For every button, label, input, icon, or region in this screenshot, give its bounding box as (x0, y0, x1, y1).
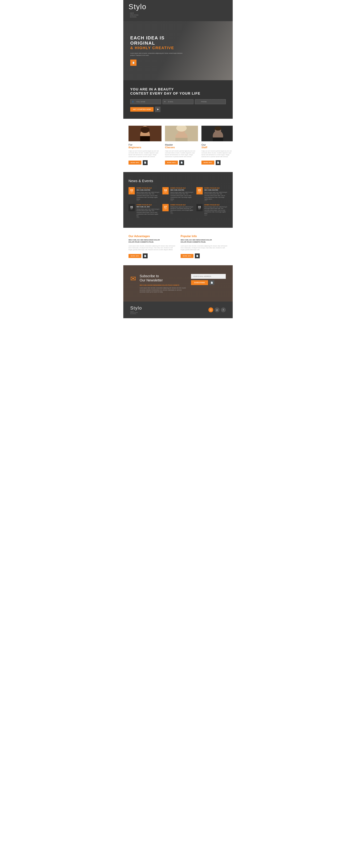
news-title: News & Events (128, 179, 228, 183)
advantages-title: Our Advantages (128, 235, 175, 238)
news-item-4: 07 SEP DONEC FACILISI ULE Mating tempus … (162, 204, 194, 214)
contest-section: YOU ARE IN A BEAUTY CONTEST EVERY DAY OF… (123, 80, 233, 119)
more-info-button-beginners[interactable]: MORE INFO (128, 161, 141, 164)
logo-title: Stylo (128, 3, 146, 10)
cards-grid: For Beginners Culpa cum ad it noncid a p… (128, 126, 228, 165)
card-label-staff: Staff (202, 146, 233, 149)
subscribe-button[interactable]: SUBSCRIBE (191, 280, 208, 285)
our-advantages: Our Advantages MES CUMI, DIA SED INENASI… (128, 235, 175, 258)
news-date-0: 03 SEP (128, 187, 135, 194)
card-actions-masterclasses: MORE INFO 📄 (165, 160, 198, 165)
footer: Stylo HAIR DRESSING SCHOOL ◎ 𝕡 f (123, 302, 233, 318)
phone-icon: 📞 (197, 101, 199, 102)
subscribe-left: Subscribe toOur Newsletter MES CUMI, DIA… (140, 274, 187, 293)
masterclasses-image-svg (165, 126, 198, 141)
logo: Stylo HAIR DRESSING SCHOOL (128, 3, 146, 18)
advantages-subtitle: MES CUMI, DIA SED INENASINGE DOLORDOLOR … (128, 239, 175, 243)
contest-title: YOU ARE IN A BEAUTY CONTEST EVERY DAY OF… (130, 87, 226, 95)
beginners-image-svg (128, 126, 161, 141)
card-actions-staff: MORE INFO 📄 (202, 160, 233, 165)
hero-section: EACH IDEA IS ORIGINAL & HIGHLY CREATIVE … (123, 21, 233, 80)
popular-actions: MORE INFO 📄 (181, 253, 228, 258)
news-item-2: 05 SEP DONEC FACILISI ULE MES CUMI, DIAS… (197, 187, 228, 201)
instagram-icon[interactable]: ◎ (208, 307, 213, 312)
more-info-button-masterclasses[interactable]: MORE INFO (165, 161, 178, 164)
hero-action-button[interactable]: 📋 (130, 60, 137, 66)
news-date-3: 06 SEP (128, 204, 135, 211)
doc-icon-button-beginners[interactable]: 📄 (143, 160, 148, 165)
news-col-3: 05 SEP DONEC FACILISI ULE MES CUMI, DIAS… (197, 187, 228, 221)
hero-content: EACH IDEA IS ORIGINAL & HIGHLY CREATIVE … (130, 35, 186, 66)
news-content-2: DONEC FACILISI ULE MES CUMI, DIASTED Mau… (204, 187, 228, 201)
email-input[interactable] (166, 99, 192, 104)
news-content-4: DONEC FACILISI ULE Mating tempus quam na… (170, 204, 194, 214)
more-info-button-advantages[interactable]: MORE INFO (128, 254, 141, 258)
doc-icon-button-advantages[interactable]: 📄 (143, 253, 148, 258)
more-info-button-popular[interactable]: MORE INFO (181, 254, 194, 258)
news-content-0: DONEC FACILISI ULE MES CUMI, DIASTED Mau… (137, 187, 159, 201)
news-section: News & Events 03 SEP DONEC FACILISI ULE … (123, 172, 233, 228)
more-info-button-staff[interactable]: MORE INFO (202, 161, 214, 164)
card-desc-beginners: Culpa cum ad it noncid a pulvinar ligula… (128, 150, 161, 158)
cards-section: For Beginners Culpa cum ad it noncid a p… (123, 119, 233, 172)
card-image-staff (202, 126, 233, 141)
get-started-button[interactable]: GET STARTED NOW (130, 107, 153, 112)
advantages-description: Lorem ipsum dolor sit amet, consectetur … (128, 245, 175, 251)
popular-info: Popular Info MES CUMI, DIA SED INENASING… (181, 235, 228, 258)
hero-description: Lorem ipsum dolor sit amet, consectetur … (130, 52, 186, 56)
subscribe-doc-button[interactable]: 📄 (209, 280, 214, 285)
contest-form: 👤 ✉ 📞 (130, 99, 226, 104)
doc-icon-button-popular[interactable]: 📄 (195, 253, 200, 258)
news-item-5: 08 SEP DONEC FACILISI ULE Mauris tempus … (197, 204, 228, 216)
news-content-1: DONEC FACILISI ULE MES CUMI, DIASTED Mau… (170, 187, 194, 201)
news-col-2: 04 SEP DONEC FACILISI ULE MES CUMI, DIAS… (162, 187, 194, 221)
advantages-actions: MORE INFO 📄 (128, 253, 175, 258)
card-staff: Our Staff Culpa cum ad it noncid a pulvi… (202, 126, 233, 165)
advantages-section: Our Advantages MES CUMI, DIA SED INENASI… (123, 228, 233, 266)
svg-rect-4 (140, 136, 150, 141)
email-icon: ✉ (164, 101, 166, 102)
phone-input[interactable] (199, 99, 224, 104)
news-date-2: 05 SEP (197, 187, 203, 194)
footer-logo-subtitle: HAIR DRESSING SCHOOL (130, 311, 142, 314)
person-icon: 👤 (132, 101, 134, 102)
subscribe-title: Subscribe toOur Newsletter (140, 274, 187, 282)
subscribe-email-input[interactable] (191, 274, 226, 279)
card-label-master: Master (165, 144, 198, 146)
doc-icon-button-staff[interactable]: 📄 (216, 160, 220, 165)
staff-image-svg (202, 126, 233, 141)
subscribe-actions: SUBSCRIBE 📄 (191, 280, 226, 285)
news-item-1: 04 SEP DONEC FACILISI ULE MES CUMI, DIAS… (162, 187, 194, 201)
card-label-our: Our (202, 144, 233, 146)
twitter-icon[interactable]: 𝕡 (215, 307, 219, 312)
subscribe-desc-accent: MES CUMI, DIACED INENASINGE DOLOR IPSUM … (140, 284, 187, 286)
doc-icon-button-masterclasses[interactable]: 📄 (179, 160, 184, 165)
news-date-1: 04 SEP (162, 187, 169, 194)
news-date-4: 07 SEP (162, 204, 169, 211)
popular-subtitle: MES CUMI, DIA SED INENASINGE DOLORDOLOR … (181, 239, 228, 243)
share-icon[interactable]: ➤ (155, 106, 160, 112)
card-beginners: For Beginners Culpa cum ad it noncid a p… (128, 126, 161, 165)
hero-title: EACH IDEA IS ORIGINAL (130, 35, 186, 46)
popular-description: Lorem ipsum dolor sit amet, consectetur … (181, 245, 228, 251)
subscribe-description: Lorem ipsum dolor sit amet, consectetur … (140, 287, 187, 293)
card-image-masterclasses (165, 126, 198, 141)
facebook-icon[interactable]: f (221, 307, 226, 312)
card-label-classes: Classes (165, 146, 198, 149)
news-item-0: 03 SEP DONEC FACILISI ULE MES CUMI, DIAS… (128, 187, 159, 201)
news-item-3: 06 SEP DONEC FACILISI ULE MES CUMI, ZA, … (128, 204, 159, 218)
footer-social: ◎ 𝕡 f (208, 307, 226, 312)
envelope-icon: ✉ (130, 275, 136, 283)
logo-subtitle: HAIR DRESSING SCHOOL (130, 12, 146, 18)
advantages-grid: Our Advantages MES CUMI, DIA SED INENASI… (128, 235, 228, 258)
card-masterclasses: Master Classes Culpa cum ad it noncid a … (165, 126, 198, 165)
full-name-input[interactable] (135, 99, 159, 104)
subscribe-right: SUBSCRIBE 📄 (191, 274, 226, 285)
news-grid: 03 SEP DONEC FACILISI ULE MES CUMI, DIAS… (128, 187, 228, 221)
news-content-3: DONEC FACILISI ULE MES CUMI, ZA, SEO Mat… (137, 204, 159, 218)
card-actions-beginners: MORE INFO 📄 (128, 160, 161, 165)
popular-title: Popular Info (181, 235, 228, 238)
news-date-5: 08 SEP (197, 204, 203, 211)
card-label-for: For (128, 144, 161, 146)
footer-logo: Stylo HAIR DRESSING SCHOOL (130, 305, 142, 314)
